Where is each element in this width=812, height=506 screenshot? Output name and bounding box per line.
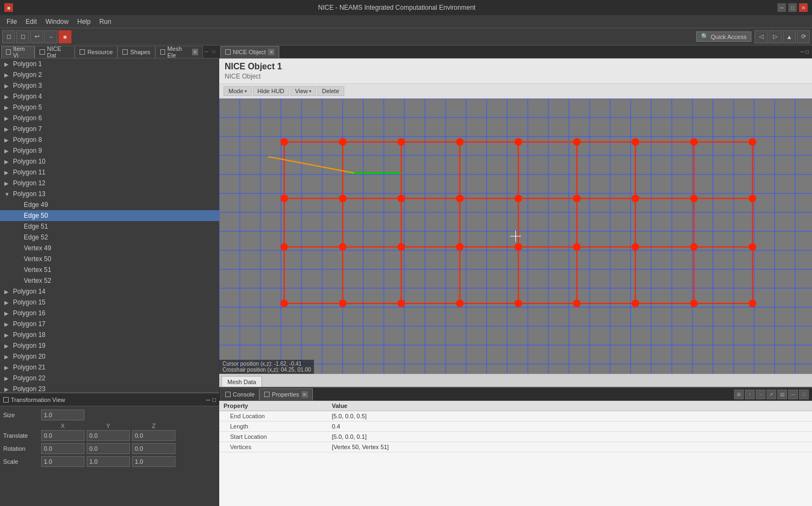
tab-close-mesh-ele[interactable]: ✕ bbox=[192, 49, 198, 55]
tree-item[interactable]: ▶Polygon 23 bbox=[0, 384, 219, 392]
tab-shapes[interactable]: Shapes bbox=[117, 46, 155, 58]
x-col-label: X bbox=[41, 423, 84, 429]
tree-item[interactable]: Vertex 50 bbox=[0, 254, 219, 264]
scale-y-input[interactable] bbox=[87, 456, 130, 467]
tree-item[interactable]: ▶Polygon 15 bbox=[0, 297, 219, 308]
tree-item[interactable]: ▼Polygon 13 bbox=[0, 189, 219, 199]
transform-maximize-btn[interactable]: □ bbox=[212, 397, 216, 403]
tb-nav-up[interactable]: ▲ bbox=[783, 30, 796, 43]
tree-item[interactable]: ▶Polygon 22 bbox=[0, 373, 219, 384]
tree-item[interactable]: Vertex 52 bbox=[0, 275, 219, 286]
maximize-btn[interactable]: □ bbox=[788, 3, 797, 12]
props-table-header: Property Value bbox=[219, 401, 812, 411]
tb-btn-4[interactable]: → bbox=[44, 30, 57, 43]
tree-item[interactable]: ▶Polygon 21 bbox=[0, 362, 219, 373]
tree-item[interactable]: ▶Polygon 4 bbox=[0, 91, 219, 102]
tab-item-viewer[interactable]: Item Vi bbox=[1, 46, 35, 58]
menu-edit[interactable]: Edit bbox=[21, 17, 41, 27]
tb-stop-btn[interactable]: ■ bbox=[58, 30, 71, 43]
scale-x-input[interactable] bbox=[41, 456, 84, 467]
tree-item[interactable]: ▶Polygon 6 bbox=[0, 113, 219, 124]
tree-item[interactable]: ▶Polygon 16 bbox=[0, 308, 219, 319]
close-btn[interactable]: ✕ bbox=[799, 3, 808, 12]
action-btn-4[interactable]: ↗ bbox=[767, 390, 776, 399]
bottom-panel: Console Properties ✕ ⊞ ↑ → ↗ ▤ ─ □ bbox=[219, 387, 812, 506]
tab-properties[interactable]: Properties ✕ bbox=[259, 388, 312, 400]
translate-label: Translate bbox=[3, 432, 41, 439]
size-input[interactable] bbox=[41, 410, 84, 420]
menu-run[interactable]: Run bbox=[95, 17, 115, 27]
tree-item[interactable]: ▶Polygon 11 bbox=[0, 167, 219, 178]
tree-item[interactable]: ▶Polygon 9 bbox=[0, 145, 219, 156]
svg-point-64 bbox=[280, 300, 288, 307]
translate-x-input[interactable] bbox=[41, 430, 84, 441]
tree-item[interactable]: ▶Polygon 18 bbox=[0, 329, 219, 340]
tree-item[interactable]: ▶Polygon 14 bbox=[0, 286, 219, 297]
transform-minimize-btn[interactable]: ─ bbox=[206, 397, 211, 403]
action-btn-2[interactable]: ↑ bbox=[745, 390, 755, 399]
tree-item[interactable]: ▶Polygon 2 bbox=[0, 69, 219, 80]
panel-minimize-btn[interactable]: ─ bbox=[203, 49, 209, 55]
translate-z-input[interactable] bbox=[132, 430, 175, 441]
hide-hud-btn[interactable]: Hide HUD bbox=[253, 86, 290, 96]
view-btn[interactable]: View ▾ bbox=[290, 86, 316, 96]
menu-file[interactable]: File bbox=[2, 17, 21, 27]
tab-resource[interactable]: Resource bbox=[75, 46, 117, 58]
tree-item[interactable]: ▶Polygon 1 bbox=[0, 59, 219, 69]
tb-btn-3[interactable]: ↩ bbox=[30, 30, 43, 43]
tree-item[interactable]: ▶Polygon 12 bbox=[0, 178, 219, 189]
grid-canvas[interactable]: Cursor position (x,z): -1.62, -0.41 Cros… bbox=[219, 99, 812, 374]
translate-y-input[interactable] bbox=[87, 430, 130, 441]
tree-item[interactable]: ▶Polygon 17 bbox=[0, 319, 219, 329]
tree-item[interactable]: Vertex 49 bbox=[0, 243, 219, 254]
svg-point-92 bbox=[690, 300, 698, 307]
tab-nice-dat[interactable]: NICE Dat bbox=[35, 46, 75, 58]
rotation-y-input[interactable] bbox=[87, 443, 130, 454]
tb-nav-fwd[interactable]: ▷ bbox=[769, 30, 782, 43]
menu-help[interactable]: Help bbox=[73, 17, 95, 27]
tree-item[interactable]: ▶Polygon 10 bbox=[0, 156, 219, 167]
app-icon: ■ bbox=[4, 3, 13, 12]
panel-maximize-btn[interactable]: □ bbox=[211, 49, 217, 55]
rotation-z-input[interactable] bbox=[132, 443, 175, 454]
tree-item[interactable]: Vertex 51 bbox=[0, 264, 219, 275]
tab-close-nice-object[interactable]: ✕ bbox=[268, 49, 274, 55]
tree-item[interactable]: Edge 50 bbox=[0, 210, 219, 221]
tb-nav-sync[interactable]: ⟳ bbox=[797, 30, 810, 43]
tab-nice-object[interactable]: NICE Object ✕ bbox=[220, 46, 279, 58]
action-btn-min[interactable]: ─ bbox=[788, 390, 798, 399]
tree-item[interactable]: ▶Polygon 8 bbox=[0, 134, 219, 145]
mode-btn[interactable]: Mode ▾ bbox=[224, 86, 252, 96]
action-btn-1[interactable]: ⊞ bbox=[734, 390, 744, 399]
tree-item[interactable]: ▶Polygon 3 bbox=[0, 80, 219, 91]
nice-panel-maximize-btn[interactable]: □ bbox=[806, 49, 809, 55]
tb-nav-back[interactable]: ◁ bbox=[755, 30, 768, 43]
action-btn-3[interactable]: → bbox=[756, 390, 765, 399]
action-btn-max[interactable]: □ bbox=[799, 390, 809, 399]
rotation-x-input[interactable] bbox=[41, 443, 84, 454]
tree-item[interactable]: ▶Polygon 19 bbox=[0, 340, 219, 351]
tb-btn-1[interactable]: ◻ bbox=[2, 30, 15, 43]
tab-close-properties[interactable]: ✕ bbox=[302, 391, 308, 398]
scale-z-input[interactable] bbox=[132, 456, 175, 467]
svg-point-70 bbox=[397, 194, 405, 202]
nice-object-title: NICE Object 1 bbox=[225, 62, 807, 72]
nice-panel-minimize-btn[interactable]: ─ bbox=[801, 49, 804, 55]
tree-item[interactable]: ▶Polygon 5 bbox=[0, 102, 219, 113]
mesh-data-tab[interactable]: Mesh Data bbox=[221, 376, 262, 387]
minimize-btn[interactable]: ─ bbox=[777, 3, 786, 12]
tree-item[interactable]: Edge 51 bbox=[0, 221, 219, 232]
tree-item[interactable]: Edge 49 bbox=[0, 199, 219, 210]
console-tab-actions: ⊞ ↑ → ↗ ▤ ─ □ bbox=[734, 390, 811, 399]
tab-console[interactable]: Console bbox=[220, 388, 259, 400]
tree-item[interactable]: Edge 52 bbox=[0, 232, 219, 243]
item-viewer-tree[interactable]: ▶Polygon 1▶Polygon 2▶Polygon 3▶Polygon 4… bbox=[0, 59, 219, 392]
action-btn-5[interactable]: ▤ bbox=[777, 390, 787, 399]
tb-btn-2[interactable]: ◻ bbox=[16, 30, 29, 43]
tree-item[interactable]: ▶Polygon 20 bbox=[0, 351, 219, 362]
tab-mesh-ele[interactable]: Mesh Ele ✕ bbox=[155, 46, 203, 58]
delete-btn[interactable]: Delete bbox=[317, 86, 344, 96]
quick-access-btn[interactable]: 🔍 Quick Access bbox=[696, 31, 751, 42]
tree-item[interactable]: ▶Polygon 7 bbox=[0, 124, 219, 134]
menu-window[interactable]: Window bbox=[41, 17, 73, 27]
